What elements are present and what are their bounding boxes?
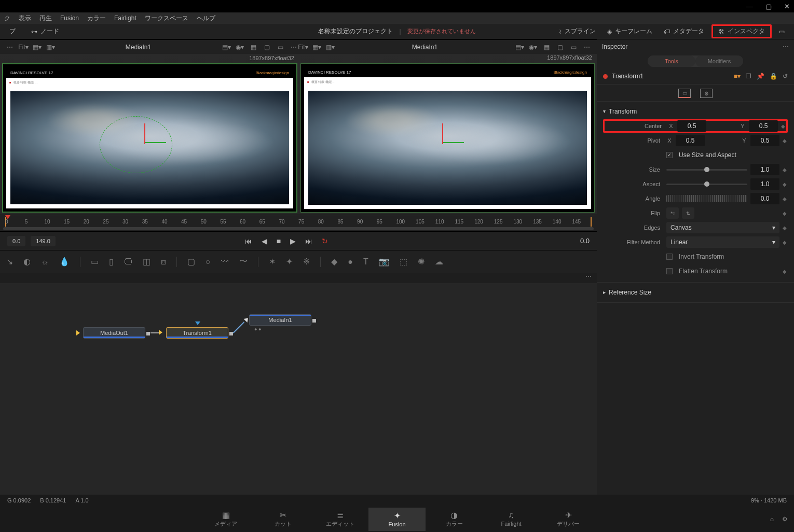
page-media[interactable]: ▦メディア — [197, 507, 254, 531]
tool-monitor-icon[interactable]: 🖵 — [124, 257, 132, 267]
node-flow[interactable]: MediaOut1 Transform1 MediaIn1 ● ● — [0, 283, 597, 428]
viewer-2[interactable]: 1897x897xfloat32 DAVINCI RESOLVE 17Black… — [300, 63, 595, 213]
inspector-button-highlight[interactable]: 🛠インスペクタ — [711, 24, 772, 38]
current-time[interactable]: 0.0 — [580, 237, 590, 245]
channel-icon[interactable]: ▤▾ — [515, 43, 524, 52]
menu-item[interactable]: Fairlight — [114, 15, 136, 22]
step-back-button[interactable]: ◀ — [262, 237, 267, 245]
tool-text-icon[interactable]: T — [363, 257, 368, 267]
angle-input[interactable]: 0.0 — [750, 193, 779, 204]
menu-item[interactable]: 再生 — [39, 14, 52, 23]
page-deliver[interactable]: ✈デリバー — [540, 507, 597, 531]
pivot-x-input[interactable]: 0.5 — [676, 135, 705, 146]
port-top[interactable] — [195, 321, 200, 325]
page-fairlight[interactable]: ♫Fairlight — [483, 508, 540, 530]
home-icon[interactable]: ⌂ — [770, 515, 774, 523]
node-mediain1[interactable]: MediaIn1 — [249, 314, 311, 326]
keyframe-diamond[interactable]: ◆ — [783, 269, 788, 274]
timeline-ruler[interactable]: 0510152025303540455055606570758085909510… — [0, 215, 597, 231]
globe-icon[interactable]: ◉▾ — [528, 43, 538, 52]
keyframe-diamond[interactable]: ◆ — [783, 240, 788, 245]
tool-drop-icon[interactable]: 💧 — [59, 257, 70, 267]
menu-item[interactable]: 表示 — [19, 14, 31, 23]
tool-rect1-icon[interactable]: ▭ — [91, 257, 99, 267]
menu-item[interactable]: Fusion — [60, 15, 79, 22]
tool-arrow-icon[interactable]: ↘ — [6, 257, 13, 267]
page-color[interactable]: ◑カラー — [426, 507, 483, 531]
keyframe-diamond[interactable]: ◆ — [783, 167, 788, 173]
menu-item[interactable]: カラー — [87, 14, 106, 23]
menu-item[interactable]: ワークスペース — [145, 14, 188, 23]
tool-circle-icon[interactable]: ○ — [206, 257, 211, 267]
flatten-checkbox[interactable] — [666, 268, 673, 274]
center-x-input[interactable]: 0.5 — [677, 120, 706, 132]
keyframe-diamond[interactable]: ◆ — [783, 196, 788, 202]
page-fusion[interactable]: ✦Fusion — [368, 508, 426, 531]
tool-cloud-icon[interactable]: ☁ — [435, 257, 443, 267]
globe-icon[interactable]: ◉▾ — [235, 43, 244, 52]
viewer-1[interactable]: 1897x897xfloat32 DAVINCI RESOLVE 17Black… — [2, 63, 297, 213]
split-icon[interactable]: ▥▾ — [325, 43, 335, 52]
section-transform-header[interactable]: ▾Transform — [603, 105, 788, 118]
tool-plane-icon[interactable]: ◆ — [331, 257, 337, 267]
monitor2-icon[interactable]: ▭ — [276, 43, 285, 52]
tool-square-icon[interactable]: ▢ — [187, 257, 195, 267]
grid-icon[interactable]: ▦ — [249, 43, 258, 52]
tool-blur-icon[interactable]: ◐ — [23, 257, 31, 267]
size-slider[interactable] — [666, 169, 747, 171]
size-input[interactable]: 1.0 — [750, 164, 779, 175]
out-time[interactable]: 149.0 — [31, 236, 56, 246]
center-y-input[interactable]: 0.5 — [749, 120, 778, 132]
inspector-opts-icon[interactable]: ⋯ — [783, 43, 789, 50]
stop-button[interactable]: ■ — [277, 237, 281, 245]
menu-item[interactable]: ヘルプ — [197, 14, 215, 23]
channel-icon[interactable]: ▤▾ — [222, 43, 231, 52]
page-cut[interactable]: ✂カット — [254, 507, 311, 531]
spline-button[interactable]: ≀スプライン — [555, 25, 600, 38]
tab-modifiers[interactable]: Modifiers — [695, 55, 743, 67]
go-end-button[interactable]: ⏭ — [305, 237, 312, 245]
settings-tab-icon[interactable]: ⚙ — [700, 89, 713, 98]
tool-curve-icon[interactable]: 〰 — [221, 257, 229, 267]
keyframe-diamond[interactable]: ◆ — [783, 225, 788, 231]
port-out[interactable] — [312, 319, 316, 323]
layout-icon[interactable]: ▦▾ — [32, 43, 42, 52]
filter-dropdown[interactable]: Linear▾ — [666, 236, 779, 248]
keyframe-diamond[interactable]: ◆ — [783, 138, 788, 144]
usesize-checkbox[interactable]: ✓ — [666, 152, 673, 158]
tool-sphere-icon[interactable]: ● — [348, 257, 353, 267]
fit-dropdown[interactable]: Fit▾ — [298, 43, 308, 52]
page-edit[interactable]: ≣エディット — [311, 507, 368, 531]
flow-opts-icon[interactable]: ⋯ — [585, 273, 592, 283]
pin-icon[interactable]: 📌 — [757, 73, 764, 80]
tool-camera-icon[interactable]: 📷 — [379, 257, 389, 267]
edges-dropdown[interactable]: Canvas▾ — [666, 222, 779, 233]
window-close[interactable]: ✕ — [784, 3, 790, 10]
tool-particle3-icon[interactable]: ※ — [303, 257, 310, 267]
flip-v-button[interactable]: ⇅ — [682, 207, 694, 219]
extra-view-button[interactable]: ▭ — [775, 26, 789, 37]
nodes-button[interactable]: ⊶ノード — [27, 25, 63, 38]
tool-particle1-icon[interactable]: ✶ — [269, 257, 276, 267]
ruler-scrollbar[interactable] — [3, 227, 594, 230]
pivot-y-input[interactable]: 0.5 — [750, 135, 779, 146]
go-start-button[interactable]: ⏮ — [245, 237, 252, 245]
settings-icon[interactable]: ⚙ — [782, 515, 788, 523]
section-refsize-header[interactable]: ▸Reference Size — [603, 286, 788, 299]
invert-checkbox[interactable] — [666, 254, 673, 260]
split-icon[interactable]: ▥▾ — [46, 43, 55, 52]
tool-brightness-icon[interactable]: ☼ — [41, 257, 49, 267]
node-mediaout1[interactable]: MediaOut1 — [83, 327, 145, 339]
in-time[interactable]: 0.0 — [7, 236, 25, 246]
loop-button[interactable]: ↻ — [322, 237, 328, 245]
tool-rect2-icon[interactable]: ▯ — [109, 257, 114, 267]
tool-overlap-icon[interactable]: ◫ — [143, 257, 150, 267]
dots-icon[interactable]: ⋯ — [582, 43, 592, 52]
node-transform1[interactable]: Transform1 — [166, 327, 228, 339]
play-button[interactable]: ▶ — [290, 237, 296, 245]
fit-dropdown[interactable]: Fit▾ — [19, 43, 28, 52]
keyframe-button[interactable]: ◈キーフレーム — [603, 25, 656, 38]
square-icon[interactable]: ▢ — [262, 43, 271, 52]
tool-cube-icon[interactable]: ⬚ — [400, 257, 407, 267]
aspect-input[interactable]: 1.0 — [750, 178, 779, 190]
